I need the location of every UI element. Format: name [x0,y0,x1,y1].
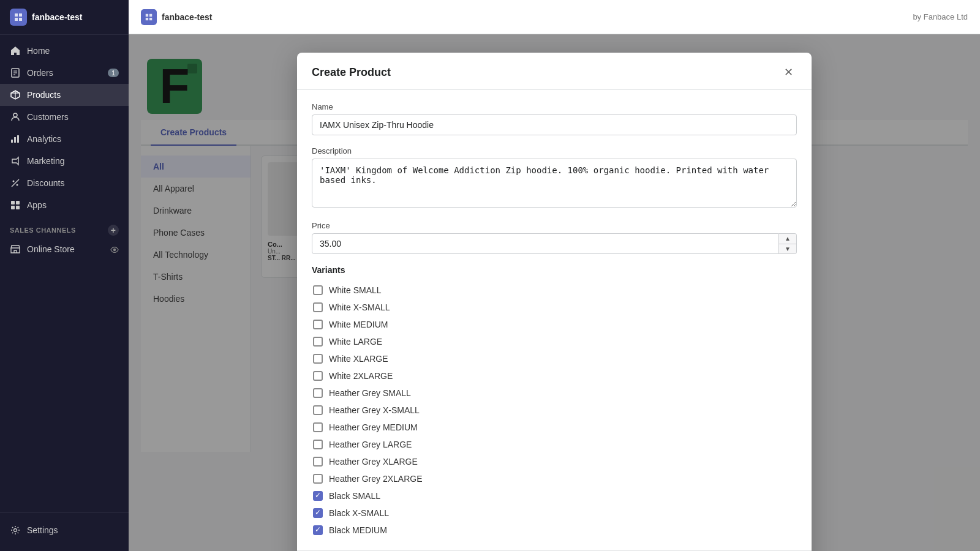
sidebar-item-label: Home [27,46,50,56]
variant-label: Heather Grey 2XLARGE [329,474,423,484]
sidebar-item-orders[interactable]: Orders 1 [0,62,129,84]
sidebar-item-products[interactable]: Products [0,84,129,106]
sidebar-item-label: Orders [27,68,53,78]
svg-rect-15 [11,206,15,209]
discounts-icon [10,178,21,189]
price-group: Price ▲ ▼ [312,221,797,254]
sidebar-logo: fanbace-test [0,0,129,35]
variant-checkbox-white-xlarge[interactable] [313,354,323,364]
variant-label: White SMALL [329,285,382,295]
topbar-logo: fanbace-test [141,9,212,25]
create-product-modal: Create Product ✕ Name Description [297,53,812,551]
name-label: Name [312,102,797,111]
svg-rect-13 [11,201,15,204]
name-input[interactable] [312,114,797,135]
variant-checkbox-heather-grey-2xlarge[interactable] [313,474,323,484]
topbar: fanbace-test by Fanbace Ltd [129,0,980,34]
visibility-icon [110,244,119,254]
add-channel-button[interactable]: + [108,225,119,236]
price-decrement-button[interactable]: ▼ [779,244,796,254]
variant-label: White XLARGE [329,354,388,364]
topbar-store-name: fanbace-test [162,12,212,22]
svg-rect-14 [16,201,20,204]
variant-label: White LARGE [329,337,382,347]
variant-checkbox-heather-grey-xlarge[interactable] [313,457,323,467]
variant-checkbox-white-large[interactable] [313,337,323,347]
variant-label: Black X-SMALL [329,508,389,518]
variant-checkbox-white-medium[interactable] [313,320,323,329]
variant-checkbox-white-small[interactable] [313,285,323,295]
name-group: Name [312,102,797,135]
variant-item: White MEDIUM [312,317,797,332]
description-input[interactable] [312,159,797,208]
description-group: Description [312,146,797,210]
variant-label: Heather Grey XLARGE [329,457,418,467]
variant-item: Heather Grey MEDIUM [312,419,797,435]
modal-title: Create Product [312,66,391,79]
svg-rect-9 [17,135,19,143]
sidebar-item-discounts[interactable]: Discounts [0,172,129,194]
sidebar-item-label: Online Store [27,244,75,254]
variant-label: White MEDIUM [329,320,388,329]
sidebar-item-apps[interactable]: Apps [0,194,129,216]
topbar-logo-icon [141,9,157,25]
store-icon [10,244,21,255]
price-increment-button[interactable]: ▲ [779,234,796,244]
svg-point-10 [13,181,15,182]
variant-item: White 2XLARGE [312,368,797,384]
variant-label: Heather Grey MEDIUM [329,422,418,432]
variant-checkbox-black-medium[interactable] [313,525,323,535]
variant-checkbox-heather-grey-small[interactable] [313,388,323,398]
sidebar-item-label: Analytics [27,134,61,144]
close-button[interactable]: ✕ [780,64,797,81]
variant-item: White SMALL [312,282,797,298]
svg-rect-8 [14,137,16,143]
orders-icon [10,67,21,78]
modal-header: Create Product ✕ [297,53,812,90]
variant-item: Heather Grey XLARGE [312,454,797,470]
variant-checkbox-white-2xlarge[interactable] [313,371,323,381]
variants-label: Variants [312,265,797,275]
sidebar: fanbace-test Home Orders 1 Products [0,0,129,551]
sidebar-item-online-store[interactable]: Online Store [0,238,129,260]
home-icon [10,45,21,56]
svg-rect-7 [11,140,13,143]
sidebar-nav: Home Orders 1 Products Customers [0,35,129,512]
modal-overlay: Create Product ✕ Name Description [129,34,980,551]
variant-label: Black SMALL [329,491,380,501]
variant-item: Heather Grey LARGE [312,437,797,452]
variant-checkbox-heather-grey-xsmall[interactable] [313,405,323,415]
sidebar-item-marketing[interactable]: Marketing [0,150,129,172]
variant-checkbox-white-xsmall[interactable] [313,302,323,312]
variant-item: Heather Grey X-SMALL [312,402,797,418]
apps-icon [10,200,21,211]
topbar-by-text: by Fanbace Ltd [913,12,968,21]
variant-checkbox-black-xsmall[interactable] [313,508,323,518]
sidebar-logo-icon [10,9,27,26]
variant-item: Black X-SMALL [312,505,797,521]
variant-checkbox-heather-grey-medium[interactable] [313,422,323,432]
sidebar-item-analytics[interactable]: Analytics [0,128,129,150]
sidebar-item-customers[interactable]: Customers [0,106,129,128]
variant-checkbox-black-small[interactable] [313,491,323,501]
sidebar-item-label: Customers [27,112,69,122]
settings-icon [10,525,21,536]
variant-label: Heather Grey X-SMALL [329,405,420,415]
sidebar-item-home[interactable]: Home [0,40,129,62]
settings-label: Settings [27,525,58,535]
svg-rect-16 [16,206,20,209]
price-input-wrap: ▲ ▼ [312,233,797,254]
analytics-icon [10,133,21,144]
variant-item: White XLARGE [312,351,797,367]
description-label: Description [312,146,797,156]
sidebar-store-name: fanbace-test [32,12,82,22]
variant-label: Heather Grey LARGE [329,440,412,449]
sidebar-item-settings[interactable]: Settings [0,519,129,541]
sidebar-item-label: Discounts [27,178,64,188]
svg-line-12 [12,179,19,187]
variant-checkbox-heather-grey-large[interactable] [313,440,323,449]
price-label: Price [312,221,797,230]
svg-point-18 [14,529,17,532]
sidebar-bottom: Settings [0,512,129,551]
price-input[interactable] [312,233,779,254]
